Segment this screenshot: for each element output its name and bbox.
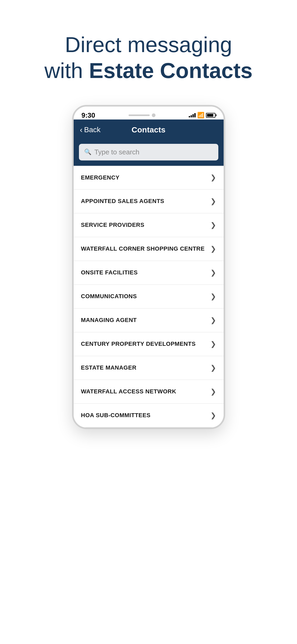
- back-chevron-icon: ‹: [80, 126, 83, 134]
- contact-item-communications[interactable]: COMMUNICATIONS❯: [74, 285, 224, 309]
- notch-dot: [152, 113, 155, 117]
- chevron-right-icon: ❯: [210, 340, 216, 348]
- battery-fill: [207, 114, 213, 117]
- chevron-right-icon: ❯: [210, 269, 216, 277]
- chevron-right-icon: ❯: [210, 388, 216, 396]
- contact-item-waterfall-corner-shopping-centre[interactable]: WATERFALL CORNER SHOPPING CENTRE❯: [74, 237, 224, 261]
- notch-bar: [129, 114, 150, 116]
- phone-frame: 9:30 📶 ‹ Back Contacts 🔍: [72, 105, 225, 429]
- nav-title: Contacts: [131, 125, 165, 134]
- header-line2-bold: Estate Contacts: [89, 58, 253, 82]
- contact-item-managing-agent[interactable]: MANAGING AGENT❯: [74, 309, 224, 332]
- back-label: Back: [84, 126, 101, 134]
- contact-item-service-providers[interactable]: SERVICE PROVIDERS❯: [74, 213, 224, 237]
- contact-label: HOA SUB-COMMITTEES: [81, 412, 151, 419]
- contact-item-appointed-sales-agents[interactable]: APPOINTED SALES AGENTS❯: [74, 190, 224, 213]
- search-icon: 🔍: [84, 149, 91, 155]
- contact-item-onsite-facilities[interactable]: ONSITE FACILITIES❯: [74, 261, 224, 285]
- contact-label: COMMUNICATIONS: [81, 293, 137, 300]
- contact-label: APPOINTED SALES AGENTS: [81, 198, 164, 205]
- nav-bar: ‹ Back Contacts: [74, 119, 224, 140]
- status-time: 9:30: [82, 111, 95, 119]
- contact-label: EMERGENCY: [81, 174, 120, 181]
- chevron-right-icon: ❯: [210, 245, 216, 253]
- chevron-right-icon: ❯: [210, 316, 216, 324]
- chevron-right-icon: ❯: [210, 292, 216, 301]
- header-line2-prefix: with: [44, 58, 89, 82]
- search-container: 🔍 Type to search: [74, 140, 224, 166]
- contact-label: SERVICE PROVIDERS: [81, 222, 144, 228]
- chevron-right-icon: ❯: [210, 173, 216, 182]
- page-header: Direct messaging with Estate Contacts: [29, 0, 268, 105]
- status-icons: 📶: [189, 112, 215, 119]
- contact-label: CENTURY PROPERTY DEVELOPMENTS: [81, 341, 196, 347]
- search-bar[interactable]: 🔍 Type to search: [79, 144, 218, 160]
- chevron-right-icon: ❯: [210, 221, 216, 229]
- contact-item-estate-manager[interactable]: ESTATE MANAGER❯: [74, 356, 224, 380]
- chevron-right-icon: ❯: [210, 197, 216, 205]
- contact-label: WATERFALL ACCESS NETWORK: [81, 388, 176, 395]
- search-placeholder: Type to search: [95, 148, 140, 156]
- contact-item-waterfall-access-network[interactable]: WATERFALL ACCESS NETWORK❯: [74, 380, 224, 404]
- wifi-icon: 📶: [197, 112, 204, 119]
- contact-label: ESTATE MANAGER: [81, 364, 136, 371]
- chevron-right-icon: ❯: [210, 364, 216, 372]
- contact-item-century-property-developments[interactable]: CENTURY PROPERTY DEVELOPMENTS❯: [74, 332, 224, 356]
- contacts-list: EMERGENCY❯APPOINTED SALES AGENTS❯SERVICE…: [74, 166, 224, 427]
- contact-item-hoa-sub-committees[interactable]: HOA SUB-COMMITTEES❯: [74, 404, 224, 427]
- status-bar: 9:30 📶: [74, 107, 224, 119]
- chevron-right-icon: ❯: [210, 411, 216, 420]
- contact-label: WATERFALL CORNER SHOPPING CENTRE: [81, 245, 205, 252]
- header-line1: Direct messaging: [65, 33, 232, 57]
- contact-item-emergency[interactable]: EMERGENCY❯: [74, 166, 224, 190]
- notch: [129, 113, 155, 117]
- contact-label: ONSITE FACILITIES: [81, 269, 138, 276]
- contact-label: MANAGING AGENT: [81, 317, 137, 324]
- battery-icon: [206, 113, 215, 118]
- back-button[interactable]: ‹ Back: [80, 126, 101, 134]
- signal-icon: [189, 113, 196, 117]
